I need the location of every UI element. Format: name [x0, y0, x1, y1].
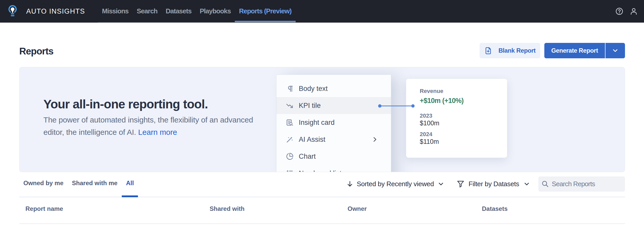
menu-item-label: KPI tile [299, 102, 321, 110]
kpi-year-value: $110m [420, 138, 439, 145]
page-title: Reports [19, 46, 53, 57]
menu-item-label: Body text [299, 85, 328, 93]
magic-wand-icon [286, 136, 294, 143]
hero-banner: Your all-in-one reporting tool. The powe… [19, 67, 625, 172]
menu-item-insight-card[interactable]: Insight card [276, 114, 391, 131]
sort-label: Sorted by Recently viewed [357, 180, 434, 188]
kpi-year-value: $100m [420, 119, 439, 127]
header-actions: Blank Report Generate Report [480, 43, 625, 58]
nav-item-playbooks[interactable]: Playbooks [195, 0, 235, 22]
kpi-trend-icon [286, 102, 294, 109]
generate-report-button[interactable]: Generate Report [544, 43, 605, 58]
insert-menu-card: Body text KPI tile Insight card [276, 74, 391, 172]
tab-shared-with-me[interactable]: Shared with me [68, 177, 122, 197]
kpi-preview-card: Revenue +$10m (+10%) 2023 $100m 2024 $11… [406, 79, 507, 158]
navbar-actions [615, 7, 644, 15]
nav-item-datasets[interactable]: Datasets [162, 0, 195, 22]
menu-item-label: Chart [299, 153, 316, 161]
kpi-delta-value: +$10m (+10%) [420, 97, 464, 105]
connector-dot [411, 104, 415, 108]
menu-item-numbered-list[interactable]: Numbered list [276, 165, 391, 172]
menu-item-chart[interactable]: Chart [276, 148, 391, 165]
learn-more-link[interactable]: Learn more [138, 128, 177, 136]
column-header-datasets: Datasets [482, 205, 508, 212]
sort-dropdown[interactable]: Sorted by Recently viewed [347, 180, 444, 188]
auto-insights-logo-icon [7, 5, 18, 18]
kpi-metric-label: Revenue [420, 88, 443, 95]
nav-item-reports-preview[interactable]: Reports (Preview) [235, 0, 295, 22]
user-icon[interactable] [630, 7, 638, 15]
menu-item-label: AI Assist [299, 136, 325, 144]
blank-report-label: Blank Report [498, 47, 536, 54]
pie-chart-icon [286, 153, 294, 160]
list-toolbar: Sorted by Recently viewed Filter by Data… [347, 176, 625, 192]
nav-item-search[interactable]: Search [133, 0, 162, 22]
nav-item-missions[interactable]: Missions [98, 0, 133, 22]
menu-item-label: Insight card [299, 119, 335, 127]
brand-title: AUTO INSIGHTS [26, 7, 85, 15]
search-reports-input[interactable] [552, 180, 616, 188]
insight-card-icon [286, 119, 294, 126]
blank-report-button[interactable]: Blank Report [480, 43, 540, 58]
menu-item-body-text[interactable]: Body text [276, 80, 391, 97]
file-plus-icon [484, 47, 492, 55]
chevron-right-icon [371, 136, 378, 143]
connector-line [380, 106, 413, 106]
menu-item-kpi-tile[interactable]: KPI tile [276, 97, 391, 114]
arrow-down-icon [347, 181, 353, 187]
hero-title: Your all-in-one reporting tool. [43, 98, 208, 110]
kpi-year-label: 2024 [420, 131, 432, 138]
top-navbar: AUTO INSIGHTS Missions Search Datasets P… [0, 0, 644, 23]
chevron-down-icon [524, 181, 530, 187]
hero-subtitle: The power of automated insights, the fle… [43, 114, 257, 138]
search-icon [541, 180, 549, 188]
column-header-shared-with: Shared with [210, 205, 245, 212]
chevron-down-icon [438, 181, 444, 187]
filter-dropdown[interactable]: Filter by Datasets [456, 180, 530, 188]
generate-report-split-button: Generate Report [544, 43, 625, 58]
generate-report-dropdown-button[interactable] [605, 43, 625, 58]
menu-item-ai-assist[interactable]: AI Assist [276, 131, 391, 148]
column-header-owner: Owner [348, 205, 367, 212]
search-box [538, 176, 625, 192]
numbered-list-icon [286, 170, 294, 172]
list-controls-row: Owned by me Shared with me All Sorted by… [19, 177, 625, 197]
primary-nav: Missions Search Datasets Playbooks Repor… [98, 0, 296, 23]
column-header-report-name: Report name [25, 205, 63, 212]
connector-dot [378, 104, 381, 108]
kpi-year-label: 2023 [420, 112, 432, 119]
page-header: Reports Blank Report Generate Report [19, 43, 625, 58]
chevron-down-icon [612, 47, 619, 54]
pilcrow-icon [286, 85, 294, 92]
reports-table-header: Report name Shared with Owner Datasets [19, 202, 625, 224]
tab-all[interactable]: All [122, 177, 138, 197]
funnel-icon [456, 180, 465, 188]
tab-owned-by-me[interactable]: Owned by me [19, 177, 68, 197]
help-icon[interactable] [615, 7, 623, 15]
menu-item-label: Numbered list [299, 170, 342, 172]
filter-label: Filter by Datasets [469, 180, 519, 188]
